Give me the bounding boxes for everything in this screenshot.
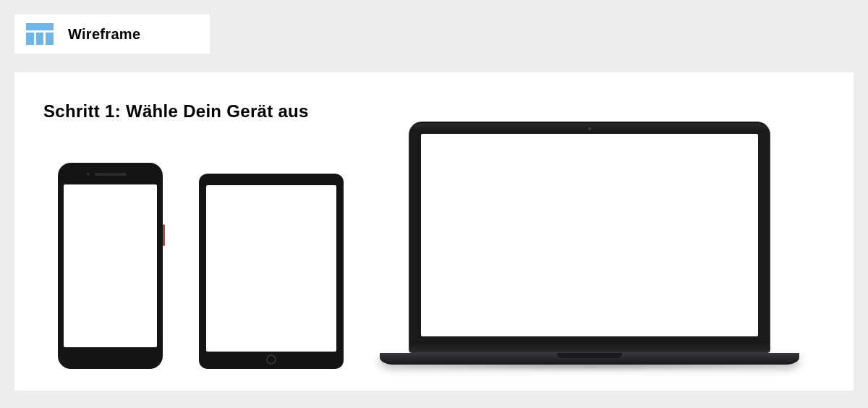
- content-card: Schritt 1: Wähle Dein Gerät aus: [14, 72, 854, 391]
- device-option-tablet[interactable]: [199, 174, 344, 369]
- laptop-screen: [421, 134, 758, 336]
- device-picker: [58, 122, 810, 369]
- phone-speaker-icon: [95, 173, 127, 176]
- phone-camera-icon: [87, 173, 90, 176]
- laptop-shadow: [394, 363, 785, 369]
- app-title: Wireframe: [68, 26, 140, 43]
- device-option-laptop[interactable]: [380, 122, 799, 369]
- phone-screen: [64, 184, 157, 347]
- step-heading-text: Schritt 1: Wähle Dein Gerät aus: [43, 101, 309, 121]
- laptop-lid: [409, 122, 770, 353]
- laptop-camera-icon: [588, 127, 591, 130]
- wireframe-icon: [26, 23, 54, 45]
- step-heading: Schritt 1: Wähle Dein Gerät aus: [43, 101, 309, 122]
- tablet-screen: [206, 185, 336, 352]
- phone-side-button-icon: [163, 224, 165, 246]
- tablet-home-button-icon: [266, 354, 276, 365]
- device-option-phone[interactable]: [58, 163, 163, 369]
- app-header-card: Wireframe: [14, 14, 210, 54]
- laptop-trackpad-notch-icon: [557, 353, 622, 358]
